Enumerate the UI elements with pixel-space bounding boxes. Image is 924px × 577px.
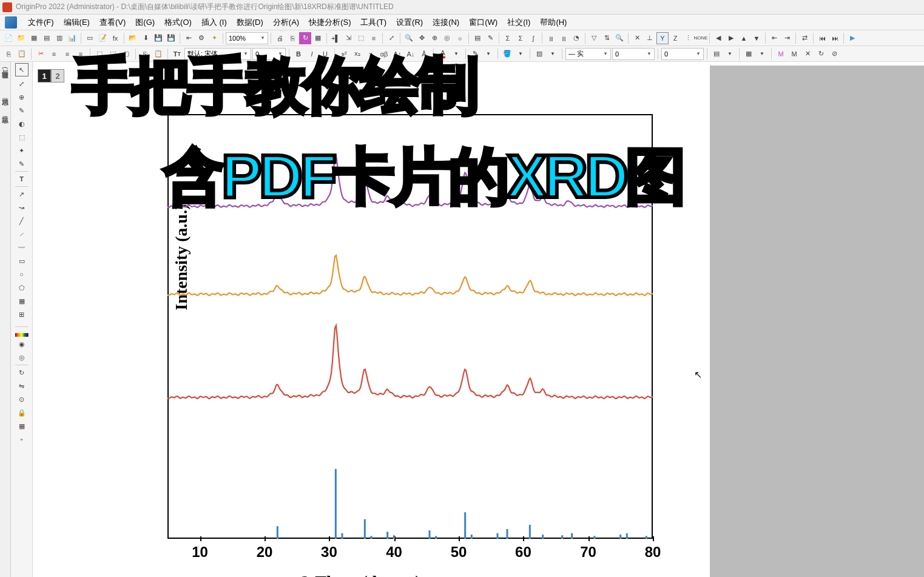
fill-combo[interactable]: 0▼	[661, 48, 704, 60]
draw-tool-icon[interactable]: ✎	[16, 158, 28, 170]
z-icon[interactable]: Y	[656, 32, 669, 44]
import-icon[interactable]: ⇤	[183, 32, 195, 44]
new-matrix-icon[interactable]: ▥	[53, 32, 66, 44]
reader-tool-icon[interactable]: ⊕	[16, 91, 28, 103]
lock-tool-icon[interactable]: 🔒	[16, 407, 28, 419]
data-selector-icon[interactable]: ⟐	[454, 32, 466, 44]
freehand-tool-icon[interactable]: 〰	[16, 241, 28, 254]
expand-icon[interactable]: »	[16, 433, 28, 445]
mask-tool-icon[interactable]: ◐	[16, 118, 28, 130]
rescale-icon[interactable]: ⤢	[385, 32, 397, 44]
scale-tool-icon[interactable]: ⤢	[16, 78, 28, 90]
change-mask-icon[interactable]: ↻	[815, 48, 827, 60]
palette3-icon[interactable]: ◎	[16, 351, 28, 363]
palette2-icon[interactable]: ◉	[16, 338, 28, 350]
menu-insert[interactable]: 插入 (I)	[197, 16, 232, 29]
cut-icon[interactable]: ✂	[35, 48, 47, 60]
merge-icon[interactable]: ≡	[368, 32, 380, 44]
x-axis-icon[interactable]: ✕	[631, 32, 643, 44]
layer-tab-2[interactable]: 2	[51, 69, 64, 83]
align-left-icon[interactable]: ≡	[48, 48, 60, 60]
menu-social[interactable]: 社交(I)	[502, 16, 535, 29]
play-icon[interactable]: ▶	[846, 32, 858, 44]
line-color-dd-icon[interactable]: ▼	[482, 48, 494, 60]
mask-pts-icon[interactable]: M	[775, 48, 787, 60]
extract-icon[interactable]: ⇲	[342, 32, 354, 44]
new-graph-icon[interactable]: 📊	[66, 32, 78, 44]
reset-icon[interactable]: ⊙	[16, 393, 28, 405]
open-template-icon[interactable]: ⬇	[140, 32, 152, 44]
menu-gadgets[interactable]: 快捷分析(S)	[304, 16, 356, 29]
lock-icon[interactable]: ⊘	[828, 48, 840, 60]
begin-icon[interactable]: ⇤	[768, 32, 780, 44]
end-icon[interactable]: ⇥	[781, 32, 793, 44]
circle-tool-icon[interactable]: ○	[16, 268, 28, 280]
menu-tools[interactable]: 工具(T)	[356, 16, 391, 29]
menu-file[interactable]: 文件(F)	[23, 16, 59, 29]
zoom-in-icon[interactable]: 🔍	[403, 32, 415, 44]
filter-icon[interactable]: ▽	[588, 32, 600, 44]
menu-window[interactable]: 窗口(W)	[464, 16, 502, 29]
border-icon[interactable]: ▦	[743, 48, 755, 60]
gradient-icon[interactable]: ▤	[710, 48, 723, 60]
hide-mask-icon[interactable]: ✕	[801, 48, 814, 60]
add-column-icon[interactable]: +▌	[329, 32, 342, 44]
fill-color-icon[interactable]: 🪣	[501, 48, 513, 60]
left-icon[interactable]: ◀	[712, 32, 724, 44]
duplicate-icon[interactable]: ⎘	[286, 32, 298, 44]
insert-graph-icon[interactable]: ⊞	[16, 308, 28, 320]
slide-icon[interactable]: ▦	[312, 32, 324, 44]
rect-tool-icon[interactable]: ▭	[16, 255, 28, 267]
line-width-combo[interactable]: 0▼	[612, 48, 655, 60]
menu-graph[interactable]: 图(G)	[130, 16, 160, 29]
menu-format[interactable]: 格式(O)	[160, 16, 197, 29]
grid-icon[interactable]: ▦	[16, 420, 28, 432]
new-excel-icon[interactable]: ▤	[41, 32, 53, 44]
menu-view[interactable]: 查看(V)	[95, 16, 130, 29]
bar-plot-icon[interactable]: ⫼	[558, 32, 570, 44]
highlighter-tool-icon[interactable]: ✦	[16, 144, 28, 157]
draw-data-icon[interactable]: ✎	[484, 32, 496, 44]
pie-plot-icon[interactable]: ◔	[570, 32, 582, 44]
annotate-tool-icon[interactable]: ✎	[16, 104, 28, 116]
open-icon[interactable]: 📂	[127, 32, 139, 44]
flip-icon[interactable]: ⇋	[16, 380, 28, 392]
border-dd-icon[interactable]: ▼	[756, 48, 768, 60]
menu-preferences[interactable]: 设置(R)	[391, 16, 428, 29]
region-tool-icon[interactable]: ⬚	[16, 131, 28, 143]
menu-data[interactable]: 数据(D)	[232, 16, 268, 29]
down-icon[interactable]: ▼	[750, 32, 763, 44]
new-folder-icon[interactable]: 📁	[15, 32, 27, 44]
data-reader-icon[interactable]: ⊕	[428, 32, 440, 44]
layer-tab-1[interactable]: 1	[38, 69, 51, 83]
gradient-dd-icon[interactable]: ▼	[724, 48, 736, 60]
project-explorer-tab[interactable]: 项目管理器(1)	[1, 67, 10, 75]
first-icon[interactable]: ⏮	[816, 32, 828, 44]
label-icon[interactable]: ⋮	[682, 32, 694, 44]
screen-reader-icon[interactable]: ◎	[441, 32, 453, 44]
mask-icon[interactable]: ▤	[471, 32, 484, 44]
line-tool-icon[interactable]: ╱	[16, 215, 28, 227]
recalculate-icon[interactable]: ✦	[208, 32, 220, 44]
stats-icon[interactable]: Σ	[502, 32, 514, 44]
unmask-pts-icon[interactable]: M	[788, 48, 800, 60]
align-center-icon[interactable]: ≡	[61, 48, 73, 60]
line-style-combo[interactable]: — 实▼	[565, 48, 611, 60]
region-icon[interactable]: ▦	[16, 295, 28, 307]
batch-icon[interactable]: ⚙	[195, 32, 207, 44]
sort-icon[interactable]: ⇅	[601, 32, 613, 44]
copy-icon[interactable]: ⎘	[2, 48, 15, 60]
rotate-icon[interactable]: ↻	[16, 366, 28, 379]
right-icon[interactable]: ▶	[725, 32, 737, 44]
fill-color-dd-icon[interactable]: ▼	[514, 48, 527, 60]
text-tool-icon[interactable]: T	[16, 173, 28, 185]
x-axis-label[interactable]: 2-Theta (degree)	[301, 572, 421, 577]
last-icon[interactable]: ⏭	[829, 32, 841, 44]
menu-edit[interactable]: 编辑(E)	[59, 16, 95, 29]
zoom-combo[interactable]: 100%▼	[226, 32, 268, 44]
color-palette-icon[interactable]	[15, 333, 29, 337]
pattern-dd-icon[interactable]: ▼	[547, 48, 559, 60]
zoom-pan-icon[interactable]: ✥	[416, 32, 428, 44]
new-project-icon[interactable]: 📄	[2, 32, 15, 44]
integrate-icon[interactable]: ∫	[527, 32, 539, 44]
